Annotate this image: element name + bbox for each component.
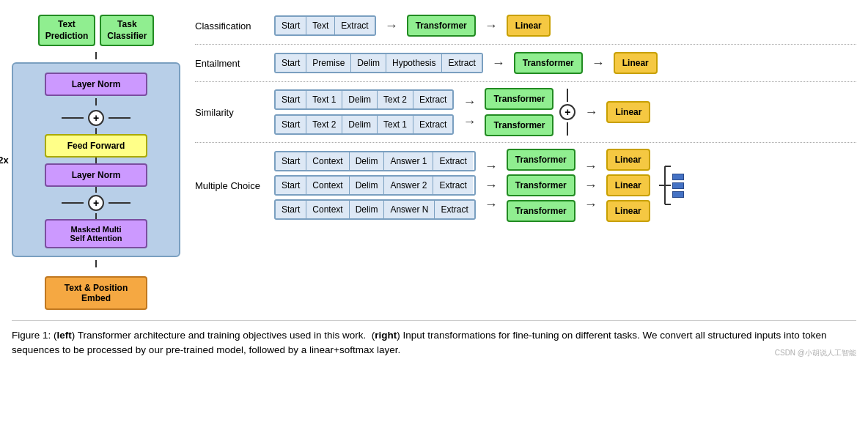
transformer-sim-1: Transformer	[485, 88, 553, 110]
similarity-tokens-1: Start Text 1 Delim Text 2 Extract	[274, 89, 454, 110]
linear-classification: Linear	[507, 15, 551, 37]
mc-linears: Linear Linear Linear	[606, 149, 650, 222]
classification-label: Classification	[195, 21, 268, 32]
linear-mc-1: Linear	[606, 149, 650, 171]
classification-row: Classification Start Text Extract → Tran…	[195, 7, 856, 45]
right-bold: right	[375, 330, 397, 341]
watermark: CSDN @小胡说人工智能	[775, 348, 856, 358]
token-start: Start	[276, 17, 306, 34]
entailment-label: Entailment	[195, 58, 268, 69]
figure-caption: Figure 1: (left) Transformer architectur…	[12, 320, 856, 358]
entailment-row: Entailment Start Premise Delim Hypothesi…	[195, 45, 856, 82]
plus-bracket: +	[559, 89, 575, 136]
token-delim-e: Delim	[351, 54, 386, 72]
transformer-sim-2: Transformer	[485, 114, 553, 136]
mc-tokens-1: Start Context Delim Answer 1 Extract	[274, 151, 476, 171]
plus-circle-bottom: +	[88, 195, 104, 211]
arrow-1: →	[385, 18, 398, 34]
mc-section: Multiple Choice Start Context Delim Answ…	[195, 143, 856, 228]
transformer-mc-2: Transformer	[507, 174, 575, 196]
mc-token-rows: Start Context Delim Answer 1 Extract Sta…	[274, 151, 476, 220]
mc-bar-3	[672, 191, 684, 198]
linear-entailment: Linear	[614, 52, 658, 74]
linear-mc-2: Linear	[606, 174, 650, 196]
mc-label: Multiple Choice	[195, 180, 268, 191]
mc-bracket-output	[658, 159, 684, 212]
plus-circle-top: +	[88, 110, 104, 126]
token-start-e: Start	[276, 54, 306, 72]
left-bold: left	[57, 330, 72, 341]
mc-bar-1	[672, 174, 684, 180]
linear-mc-3: Linear	[606, 200, 650, 222]
similarity-section: Similarity Start Text 1 Delim Text 2 Ext…	[195, 82, 856, 143]
masked-attention-box: Masked Multi Self Attention	[45, 219, 147, 248]
caption-left-text: Transformer architecture and training ob…	[78, 330, 366, 341]
token-premise: Premise	[306, 54, 351, 72]
arrow-2: →	[485, 18, 498, 34]
plus-circle-sim: +	[559, 104, 575, 120]
output-boxes: Text Prediction Task Classifier	[12, 15, 180, 46]
architecture-block: 12x Layer Norm +	[12, 62, 180, 257]
similarity-tokens-2: Start Text 2 Delim Text 1 Extract	[274, 114, 454, 135]
token-text: Text	[306, 17, 335, 34]
arrow-sim-out: →	[584, 105, 597, 120]
similarity-transformers: Transformer Transformer	[485, 88, 553, 136]
mc-bracket-svg	[658, 159, 672, 212]
transformer-entailment: Transformer	[514, 52, 583, 74]
mc-tokens-2: Start Context Delim Answer 2 Extract	[274, 175, 476, 196]
mc-transformers: Transformer Transformer Transformer	[507, 149, 575, 222]
feed-forward-box: Feed Forward	[45, 134, 147, 158]
layer-norm-1-box: Layer Norm	[45, 73, 147, 96]
entailment-tokens: Start Premise Delim Hypothesis Extract	[274, 53, 483, 73]
similarity-arrows: → →	[460, 95, 479, 130]
similarity-token-rows: Start Text 1 Delim Text 2 Extract Start …	[274, 89, 454, 135]
figure-num: Figure 1:	[12, 330, 51, 341]
arrow-e1: →	[492, 56, 505, 71]
task-classifier-box: Task Classifier	[100, 15, 154, 46]
mc-bar-2	[672, 182, 684, 189]
multiplier-label: 12x	[0, 155, 9, 166]
mc-tokens-3: Start Context Delim Answer N Extract	[274, 199, 476, 220]
text-prediction-box: Text Prediction	[38, 15, 96, 46]
right-diagram: Classification Start Text Extract → Tran…	[195, 7, 856, 228]
transformer-classification: Transformer	[407, 15, 476, 37]
mc-arrows-1: → → →	[482, 159, 501, 212]
token-hypothesis: Hypothesis	[386, 54, 442, 72]
arrow-e2: →	[592, 56, 605, 71]
token-extract-e: Extract	[442, 54, 481, 72]
transformer-mc-1: Transformer	[507, 149, 575, 171]
embed-box: Text & Position Embed	[45, 276, 147, 310]
mc-softmax-bars	[672, 174, 684, 198]
transformer-mc-3: Transformer	[507, 200, 575, 222]
linear-sim: Linear	[606, 101, 650, 123]
layer-norm-2-box: Layer Norm	[45, 163, 147, 187]
similarity-label: Similarity	[195, 107, 268, 118]
mc-arrows-2: → → →	[581, 159, 600, 212]
token-extract: Extract	[335, 17, 374, 34]
classification-tokens: Start Text Extract	[274, 15, 376, 36]
